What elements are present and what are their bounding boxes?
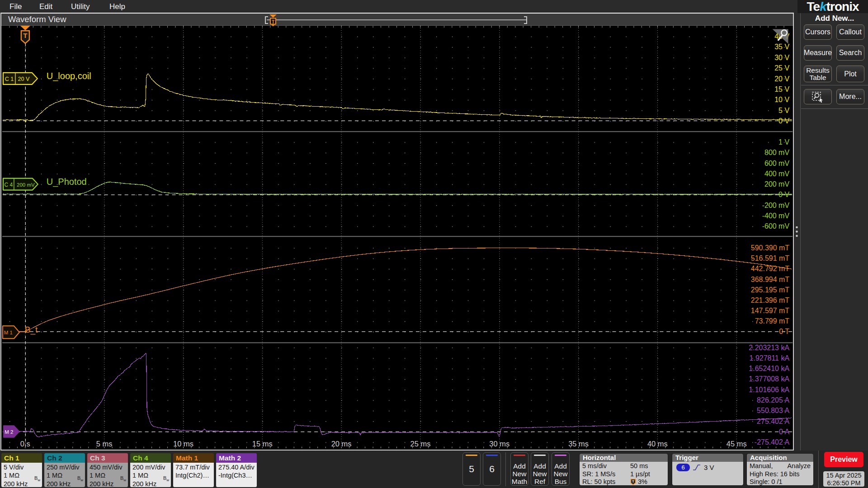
svg-text:442.792 mT: 442.792 mT bbox=[751, 265, 789, 272]
svg-text:590.390 mT: 590.390 mT bbox=[751, 244, 789, 252]
svg-text:M 2: M 2 bbox=[5, 429, 13, 435]
svg-text:40 ms: 40 ms bbox=[647, 440, 668, 448]
svg-text:M 1: M 1 bbox=[4, 330, 13, 335]
svg-text:B_t: B_t bbox=[25, 325, 38, 335]
svg-text:826.205 A: 826.205 A bbox=[757, 396, 789, 404]
svg-text:1.652410 kA: 1.652410 kA bbox=[749, 365, 789, 372]
svg-text:U_Photod: U_Photod bbox=[47, 177, 87, 187]
svg-text:C 4: C 4 bbox=[5, 182, 13, 188]
svg-text:20 V: 20 V bbox=[774, 75, 789, 83]
svg-text:1.101606 kA: 1.101606 kA bbox=[749, 386, 789, 394]
svg-text:-400 mV: -400 mV bbox=[762, 212, 790, 220]
svg-text:20 V: 20 V bbox=[18, 76, 30, 82]
svg-text:200 mV: 200 mV bbox=[17, 182, 35, 188]
svg-text:C 1: C 1 bbox=[5, 76, 14, 82]
svg-text:-275.402 A: -275.402 A bbox=[755, 438, 790, 446]
svg-text:5 ms: 5 ms bbox=[96, 440, 113, 448]
svg-text:25 V: 25 V bbox=[774, 64, 789, 72]
svg-text:U_loop,coil: U_loop,coil bbox=[47, 71, 91, 81]
svg-text:T: T bbox=[23, 32, 27, 39]
svg-text:35 ms: 35 ms bbox=[568, 440, 589, 448]
svg-text:295.195 mT: 295.195 mT bbox=[751, 286, 789, 294]
svg-text:10 ms: 10 ms bbox=[173, 440, 193, 448]
svg-text:200 mV: 200 mV bbox=[764, 180, 789, 188]
svg-text:25 ms: 25 ms bbox=[410, 440, 431, 448]
svg-text:45 ms: 45 ms bbox=[726, 440, 747, 448]
svg-text:35 V: 35 V bbox=[774, 43, 789, 51]
svg-text:2.203213 kA: 2.203213 kA bbox=[749, 344, 789, 352]
svg-text:600 mV: 600 mV bbox=[764, 160, 789, 167]
svg-text:1.377008 kA: 1.377008 kA bbox=[749, 375, 789, 383]
svg-text:400 mV: 400 mV bbox=[764, 170, 789, 178]
svg-text:15 ms: 15 ms bbox=[252, 440, 273, 448]
svg-text:0 A: 0 A bbox=[779, 428, 789, 436]
svg-text:-200 mV: -200 mV bbox=[762, 202, 790, 209]
svg-text:147.597 mT: 147.597 mT bbox=[751, 307, 789, 314]
svg-text:30 ms: 30 ms bbox=[489, 440, 509, 448]
svg-text:5 V: 5 V bbox=[778, 107, 789, 114]
svg-text:0 T: 0 T bbox=[779, 328, 789, 335]
svg-text:-600 mV: -600 mV bbox=[762, 222, 790, 230]
svg-text:368.994 mT: 368.994 mT bbox=[751, 276, 789, 283]
svg-text:550.803 A: 550.803 A bbox=[757, 407, 789, 414]
svg-text:0 V: 0 V bbox=[778, 117, 789, 125]
svg-text:30 V: 30 V bbox=[774, 54, 789, 61]
svg-text:0 s: 0 s bbox=[20, 440, 30, 448]
svg-text:1 V: 1 V bbox=[778, 138, 789, 146]
svg-text:221.396 mT: 221.396 mT bbox=[751, 296, 789, 304]
svg-text:10 V: 10 V bbox=[774, 96, 789, 103]
svg-text:T: T bbox=[272, 19, 275, 24]
svg-text:275.402 A: 275.402 A bbox=[757, 418, 789, 425]
svg-text:1.927811 kA: 1.927811 kA bbox=[750, 354, 790, 362]
svg-text:T: T bbox=[632, 479, 634, 483]
svg-text:20 ms: 20 ms bbox=[331, 440, 352, 448]
svg-text:73.799 mT: 73.799 mT bbox=[755, 317, 790, 325]
svg-text:516.591 mT: 516.591 mT bbox=[751, 254, 789, 262]
svg-text:15 V: 15 V bbox=[774, 85, 789, 93]
svg-text:0 V: 0 V bbox=[778, 191, 789, 198]
svg-text:800 mV: 800 mV bbox=[764, 149, 789, 156]
